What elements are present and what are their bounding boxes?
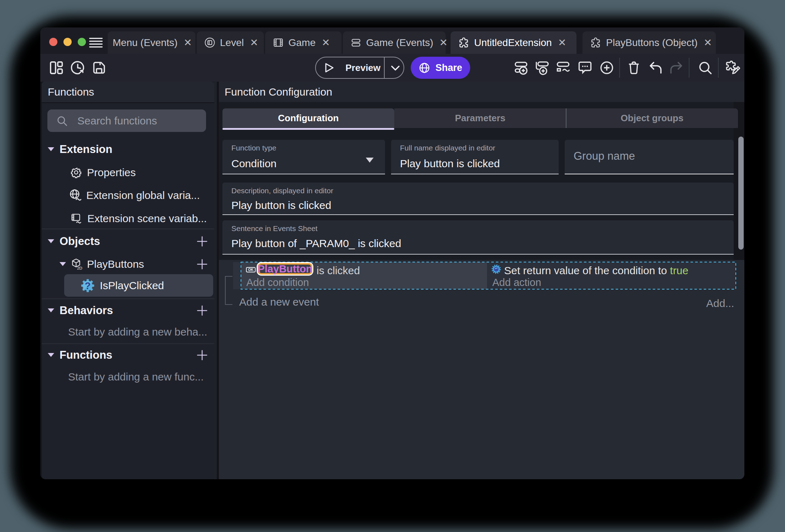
- svg-text:?: ?: [85, 280, 91, 291]
- svg-text:2D: 2D: [77, 266, 82, 270]
